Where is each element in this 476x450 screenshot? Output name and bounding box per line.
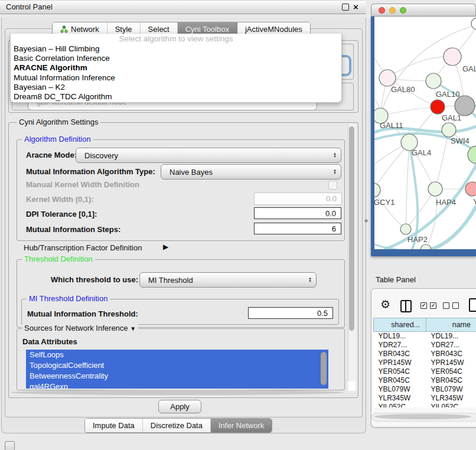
sources-title-text: Sources for Network Inference [24,324,128,332]
node-label-swi4: SWI4 [451,136,470,145]
network-canvas[interactable]: GAL7GAL80GAL10GAL1SWI4GAL11GAL4GCY1HAP4Y… [374,17,476,249]
pink-node[interactable] [465,182,476,196]
swi4-node[interactable] [468,146,476,164]
manual-kernel-label: Manual Kernel Width Definition [26,180,139,189]
table-row[interactable]: YDL19...YDL19...13 [374,332,476,341]
algorithm-option-dream8-dc-tdc-algorithm[interactable]: Dream8 DC_TDC Algorithm [11,92,341,102]
table-hscrollbar-thumb[interactable] [374,414,471,419]
select-all-checks-icon[interactable]: ✓ ✓ [420,302,436,309]
mi-type-value: Naive Bayes [161,168,333,177]
column-view-icon[interactable] [400,300,412,312]
node-label-gcy1: GCY1 [374,198,395,207]
tab-impute-data[interactable]: Impute Data [85,419,143,432]
table-cell: YBL079W [426,385,476,394]
bottom-node[interactable] [420,244,431,249]
table-cell: YIL052C [374,403,426,407]
algorithm-option-mutual-information-inference[interactable]: Mutual Information Inference [11,73,341,83]
collapsed-panel-icon[interactable] [5,441,15,450]
control-panel-title: Control Panel [6,2,53,11]
attribute-item-gal4rgexp[interactable]: gal4RGexp [26,381,328,389]
table-cell: YLR345W [426,394,476,403]
table-row[interactable]: YBL079WYBL079W [374,385,476,394]
splitter-handle[interactable]: ◆ [364,218,368,223]
float-window-icon[interactable] [342,4,349,11]
partial-top-node[interactable] [471,18,476,30]
gal10-node[interactable] [426,73,441,89]
algorithm-option-basic-correlation-inference[interactable]: Basic Correlation Inference [11,54,341,63]
table-row[interactable]: YDR27...YDR27...12 [374,341,476,350]
tab-label: Network [71,25,99,34]
gal7-node[interactable] [444,48,461,66]
table-row[interactable]: YER054CYER054C8. [374,367,476,376]
table-cell: YBL079W [374,385,426,394]
manual-kernel-checkbox[interactable] [328,181,337,190]
algorithm-option-bayesian-hill-climbing[interactable]: Bayesian – Hill Climbing [11,44,341,54]
settings-hscrollbar-thumb[interactable] [11,390,344,395]
table-row[interactable]: YBR045CYBR045C9. [374,376,476,385]
table-panel-title: Table Panel [376,275,416,284]
attribute-item-betweennesscentrality[interactable]: BetweennessCentrality [26,371,328,381]
algorithm-definition-title: Algorithm Definition [22,135,93,144]
table-cell: YBR045C [374,376,426,385]
tab-discretize-data[interactable]: Discretize Data [143,419,211,432]
network-edge [380,107,438,116]
table-cell: YDR27... [374,341,426,350]
table-row[interactable]: YLR345WYLR345W9. [374,394,476,403]
combo-stepper-icon: ▲▼ [308,277,312,283]
mi-type-combo[interactable]: Naive Bayes ▲▼ [161,164,341,180]
column-header-name[interactable]: name [426,318,476,332]
unchecked-box-icon [443,302,449,309]
threshold-definition-title: Threshold Definition [22,255,95,263]
collapse-arrow-icon[interactable]: ▼ [130,325,136,332]
tab-label: jActiveMNodules [245,25,302,34]
attribute-item-selfloops[interactable]: SelfLoops [26,350,328,360]
unchecked-box-icon [452,302,459,309]
hap4-node[interactable] [428,182,442,196]
tab-label: Select [148,25,169,34]
mac-zoom-icon[interactable] [400,7,406,14]
algorithm-option-bayesian-k2[interactable]: Bayesian – K2 [11,83,341,92]
table-row[interactable]: YPR145WYPR145W9. [374,358,476,367]
attribute-item-topologicalcoefficient[interactable]: TopologicalCoefficient [26,360,328,371]
apply-button[interactable]: Apply [158,400,201,413]
table-cell: YPR145W [426,358,476,367]
hub-expand-arrow-icon[interactable]: ▶ [163,243,168,251]
screen: Control Panel × NetworkStyleSelectCyni T… [0,0,476,450]
node-label-y: Y [473,197,476,206]
red-node[interactable] [431,100,445,114]
table-cell: YBR045C [426,376,476,385]
column-header-shared[interactable]: shared... [374,318,426,332]
gray-node[interactable] [455,96,475,116]
cyni-bottom-tabs: Impute DataDiscretize DataInfer Network [84,418,272,433]
aracne-mode-combo[interactable]: Discovery ▲▼ [76,148,341,163]
mac-minimize-icon[interactable] [389,7,396,14]
network-window-titlebar[interactable] [371,4,476,17]
node-table[interactable]: shared...nameYDL19...YDL19...13YDR27...Y… [373,318,476,407]
export-table-icon[interactable] [469,298,476,312]
mi-threshold-field[interactable]: 0.5 [248,307,333,319]
gal1-node[interactable] [442,123,456,137]
network-edge [374,142,409,190]
gal80-node[interactable] [379,70,396,86]
hub-definition-label[interactable]: Hub/Transcription Factor Definition [24,243,142,252]
attributes-scrollbar-thumb[interactable] [321,352,327,385]
table-row[interactable]: YBR043CYBR043C [374,350,476,358]
tab-infer-network[interactable]: Infer Network [211,419,272,432]
table-row[interactable]: YIL052CYIL052C9. [374,403,476,407]
dpi-tolerance-field[interactable]: 0.0 [254,207,341,219]
mi-steps-field[interactable]: 6 [254,223,341,234]
hap2-node[interactable] [400,224,411,234]
table-cell: YIL052C [426,403,476,407]
mi-threshold-label: Mutual Information Threshold: [27,309,138,318]
close-icon[interactable]: × [353,3,358,11]
algorithm-option-aracne-algorithm[interactable]: ARACNE Algorithm [11,63,341,73]
which-threshold-combo[interactable]: MI Threshold ▲▼ [139,272,317,288]
node-label-gal4: GAL4 [412,148,431,157]
gcy1-node[interactable] [374,183,380,197]
table-cell: YBR043C [426,350,476,358]
deselect-all-checks-icon[interactable] [443,302,459,309]
mac-close-icon[interactable] [379,7,385,14]
table-settings-gear-icon[interactable]: ⚙ [380,299,390,311]
kernel-width-field[interactable]: 0.0 [254,193,342,205]
settings-scrollbar-thumb[interactable] [349,126,354,331]
